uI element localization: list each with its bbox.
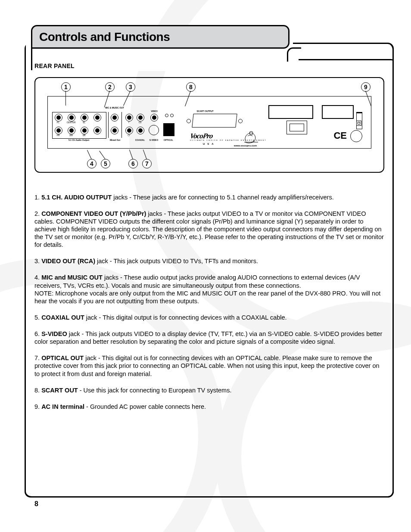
callout-2: 2 [105,82,115,92]
description-item: 3. VIDEO OUT (RCA) jack - This jack outp… [34,257,384,265]
double-insulation-icon [356,121,361,126]
description-item: 8. SCART OUT - Use this jack for connect… [34,386,384,394]
label-video: VIDEO [147,110,162,112]
section-title-tab: Controls and Functions [31,25,290,49]
device-chassis: 5.1 Ch Audio Output FL CENTER SL FR SW S… [47,96,371,149]
description-item: 7. OPTICAL OUT jack - This digital out i… [34,354,384,377]
callout-1: 1 [61,82,71,92]
description-list: 1. 5.1 CH. AUDIO OUTPUT jacks - These ja… [34,193,384,411]
page-number: 8 [34,500,38,508]
tab-stub [31,49,32,70]
description-item: 5. COAXIAL OUT jack - This digital outpu… [34,314,384,321]
brand-usa: USA [203,143,216,145]
ce-mark-icon: CE [333,131,347,140]
description-item: 6. S-VIDEO jack - This jack outputs VIDE… [34,330,384,345]
label-mixed-out: Mixed Out [106,139,124,141]
section-title: Controls and Functions [39,30,170,44]
callout-3: 3 [126,82,135,92]
rear-panel-diagram: 1 2 3 8 9 5.1 Ch Audio Output FL CENTER … [34,77,384,173]
label-scart: SCART OUTPUT [190,110,220,112]
lion-crest-icon [242,127,261,146]
description-item: 9. AC IN terminal - Grounded AC power ca… [34,403,384,411]
callout-6: 6 [128,159,138,168]
description-item: 1. 5.1 CH. AUDIO OUTPUT jacks - These ja… [34,193,384,201]
callout-8: 8 [186,82,196,92]
content-area: REAR PANEL 1 2 3 8 9 5.1 Ch Audio Output… [34,62,384,493]
subheading-rear-panel: REAR PANEL [34,62,384,70]
frame-topline [299,59,394,62]
callout-7: 7 [142,159,152,168]
label-51ch: 5.1 Ch Audio Output [52,139,106,141]
label-optical: OPTICAL [161,139,176,141]
label-mic-music: MIC & MUSIC OUT [100,107,130,109]
manual-page: Controls and Functions REAR PANEL 1 2 3 … [0,0,411,532]
power-inlet-icon [350,130,362,142]
callout-4: 4 [87,159,97,168]
description-item: 4. MIC and MUSIC OUT jacks - These audio… [34,274,384,305]
label-svideo: S-VIDEO [146,139,162,141]
callout-5: 5 [101,159,110,168]
callout-9: 9 [361,82,371,92]
description-item: 2. COMPONENT VIDEO OUT (Y/Pb/Pr) jacks -… [34,210,384,249]
